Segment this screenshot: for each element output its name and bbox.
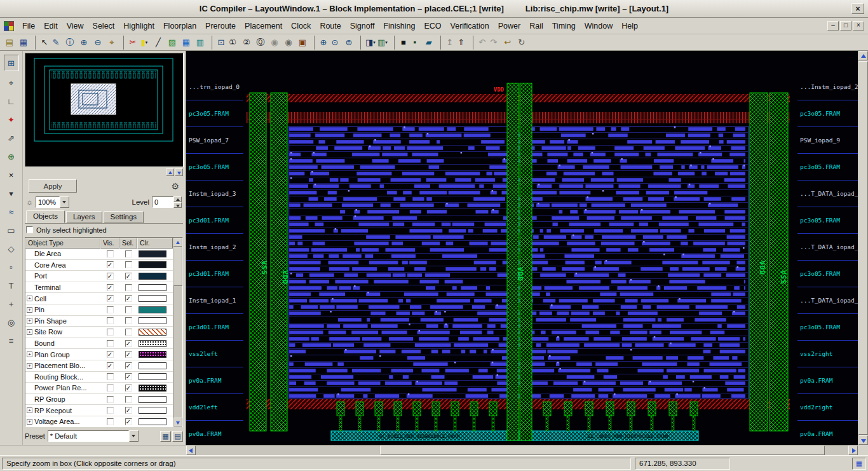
color-swatch[interactable] [139,418,166,425]
scroll-thumb[interactable] [173,247,182,286]
instance-label[interactable]: Instm_iopad_2 [186,234,243,261]
visibility-checkbox[interactable]: ✓ [107,284,114,291]
row-power-plan-region[interactable]: Power Plan Re... ✓ [25,383,173,394]
menu-preroute[interactable]: Preroute [201,20,240,32]
view-prev-icon[interactable]: ◉ [268,36,281,50]
zoom-select[interactable]: 100% [36,196,69,208]
overview-scroll-down-icon[interactable] [175,168,183,176]
menu-placement[interactable]: Placement [240,20,287,32]
menu-rail[interactable]: Rail [525,20,548,32]
cut-icon[interactable]: ✂ [123,36,137,50]
color-swatch[interactable] [139,284,166,291]
column-header-color[interactable]: Clr. [137,238,173,249]
view-options-icon[interactable]: ◨▾ [360,36,376,50]
wire-icon[interactable]: ≈ [4,205,19,219]
menu-window[interactable]: Window [580,20,617,32]
color-swatch[interactable] [139,295,166,302]
menu-timing[interactable]: Timing [548,20,580,32]
select-checkbox[interactable] [125,329,132,336]
tab-settings[interactable]: Settings [104,211,144,223]
list-icon[interactable]: ≡ [4,334,19,348]
visibility-checkbox[interactable]: ✓ [107,362,114,369]
pan-icon[interactable]: ⌖ [105,36,119,50]
row-site-row[interactable]: + Site Row [25,327,173,338]
zoom-q-icon[interactable]: Ⓠ [254,36,268,50]
menu-help[interactable]: Help [617,20,642,32]
row-rp-group[interactable]: RP Group [25,394,173,406]
instance-label[interactable]: pc3o05.FRAM [797,100,858,127]
menu-clock[interactable]: Clock [287,20,315,32]
expand-toggle-icon[interactable]: + [27,296,32,301]
only-select-checkbox[interactable] [26,226,33,233]
marker-icon[interactable]: ✦ [4,113,19,126]
scroll-down-icon[interactable] [173,418,182,427]
instance-label[interactable]: pc3d01.FRAM [186,207,243,234]
menu-finishing[interactable]: Finishing [379,20,419,32]
overview-scroll-up-icon[interactable] [166,168,174,176]
visibility-checkbox[interactable]: ✓ [107,273,114,280]
row-plan-group[interactable]: + Plan Group ✓ ✓ [25,349,173,360]
expand-toggle-icon[interactable]: + [27,329,32,335]
color-swatch[interactable] [139,407,166,414]
select-checkbox[interactable]: ✓ [125,295,132,302]
undo-icon[interactable]: ↶ [473,36,487,50]
select-checkbox[interactable]: ✓ [125,273,132,280]
menu-route[interactable]: Route [315,20,345,32]
select-checkbox[interactable] [125,306,132,313]
instance-label[interactable]: pc3d01.FRAM [186,314,243,341]
menu-floorplan[interactable]: Floorplan [159,20,201,32]
select-checkbox[interactable]: ✓ [125,340,132,347]
status-window-icon[interactable]: ▦ [852,458,866,470]
instance-label[interactable]: vdd2right [797,394,858,421]
column-header-selectable[interactable]: Sel. [119,238,137,249]
scroll-right-icon[interactable] [848,446,858,455]
scroll-thumb[interactable] [858,61,868,435]
visibility-checkbox[interactable] [107,317,114,324]
map-options-icon[interactable]: ▥▾ [376,36,390,50]
line-style-icon[interactable]: ╱ [151,36,165,50]
select-checkbox[interactable]: ✓ [125,418,132,425]
color-swatch[interactable] [139,351,166,358]
visibility-checkbox[interactable] [107,407,114,414]
select-checkbox[interactable]: ✓ [125,351,132,358]
scroll-up-icon[interactable] [173,238,182,247]
menu-signoff[interactable]: Signoff [346,20,379,32]
h-scrollbar[interactable] [186,445,858,455]
route-up-icon[interactable]: ↥ [440,36,454,50]
select-checkbox[interactable] [125,317,132,324]
scroll-left-icon[interactable] [186,446,196,455]
instance-label[interactable]: ...T_DATA_iopad_1 [797,287,858,314]
color-swatch[interactable] [139,373,166,380]
row-port[interactable]: Port ✓ ✓ [25,271,173,282]
view-next-icon[interactable]: ◉ [281,36,295,50]
instance-label[interactable]: Instm_iopad_3 [186,181,243,207]
instance-label[interactable]: ...Instm_iopad_2 [797,74,858,100]
color-swatch[interactable] [139,362,166,369]
row-pin-shape[interactable]: + Pin Shape [25,316,173,327]
visibility-checkbox[interactable] [107,373,114,380]
instance-label[interactable]: ...T_DATA_iopad_3 [797,181,858,207]
expand-toggle-icon[interactable]: + [27,363,32,369]
instance-label[interactable]: vdd2left [186,394,243,421]
zoom-2x-icon[interactable]: ② [240,36,254,50]
row-terminal[interactable]: Terminal ✓ [25,282,173,294]
visibility-checkbox[interactable] [107,396,114,403]
spinner-down-icon[interactable] [173,202,182,208]
zoom-area-icon[interactable]: ⊞ [4,55,19,71]
preset-select[interactable]: * Default [48,430,139,442]
instance-label[interactable]: vss2right [797,341,858,367]
instance-label[interactable]: pv0a.FRAM [797,367,858,394]
row-bound[interactable]: Bound ✓ [25,338,173,350]
column-header-visible[interactable]: Vis. [100,238,119,249]
menu-verification[interactable]: Verification [446,20,494,32]
zoom-box-icon[interactable]: ⊡ [212,36,226,50]
select-checkbox[interactable] [125,396,132,403]
color-swatch[interactable] [139,396,166,403]
delete-icon[interactable]: × [4,168,19,182]
color-swatch[interactable] [139,385,166,392]
menu-view[interactable]: View [62,20,88,32]
select-checkbox[interactable]: ✓ [125,385,132,392]
instance-label[interactable]: ...trn_iopad_0 [186,74,243,100]
add-object-icon[interactable]: ⊕ [4,150,19,163]
instance-label[interactable]: Instm_iopad_1 [186,287,243,314]
